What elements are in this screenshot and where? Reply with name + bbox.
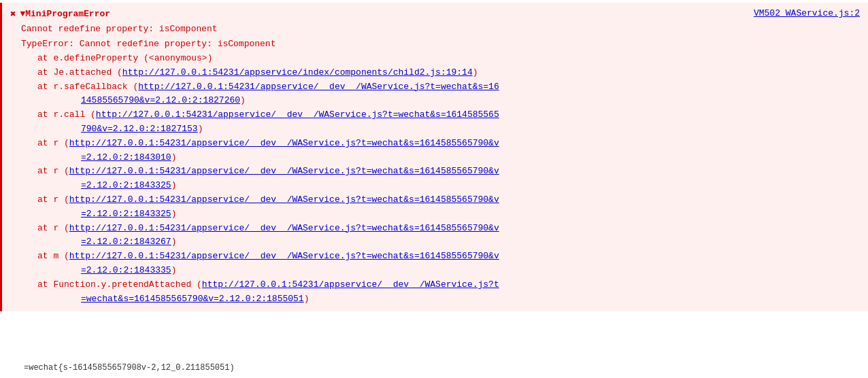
stack-link-1[interactable]: http://127.0.0.1:54231/appservice/index/… [122,67,473,78]
stack-link-2[interactable]: http://127.0.0.1:54231/appservice/__dev_… [37,82,499,106]
stack-line-5: at r (http://127.0.0.1:54231/appservice/… [37,165,860,193]
stack-line-6: at r (http://127.0.0.1:54231/appservice/… [37,193,860,222]
bottom-text: =wechat{s-16145855657908v-2,12_0.2118550… [24,363,235,373]
stack-link-9[interactable]: http://127.0.0.1:54231/appservice/__dev_… [37,279,499,304]
stack-link-5[interactable]: http://127.0.0.1:54231/appservice/__dev_… [37,166,499,190]
stack-line-1: at Je.attached (http://127.0.0.1:54231/a… [37,66,860,80]
stack-link-7[interactable]: http://127.0.0.1:54231/appservice/__dev_… [37,223,499,247]
error-header-left: ✖ ▼MiniProgramError [10,8,110,20]
stack-line-2: at r.safeCallback (http://127.0.0.1:5423… [37,80,860,109]
error-header: ✖ ▼MiniProgramError VM502 WAService.js:2 [10,8,860,20]
stack-line-4: at r (http://127.0.0.1:54231/appservice/… [37,137,860,165]
stack-line-7: at r (http://127.0.0.1:54231/appservice/… [37,222,860,250]
stack-line-8: at m (http://127.0.0.1:54231/appservice/… [37,250,860,278]
stack-line-0: at e.defineProperty (<anonymous>) [37,52,860,66]
error-message-2: TypeError: Cannot redefine property: isC… [21,37,860,51]
stack-link-8[interactable]: http://127.0.0.1:54231/appservice/__dev_… [37,251,499,275]
stack-line-3: at r.call (http://127.0.0.1:54231/appser… [37,108,860,137]
stack-link-4[interactable]: http://127.0.0.1:54231/appservice/__dev_… [37,138,499,162]
error-panel: ✖ ▼MiniProgramError VM502 WAService.js:2… [0,3,868,311]
stack-link-6[interactable]: http://127.0.0.1:54231/appservice/__dev_… [37,194,499,219]
error-title: ▼MiniProgramError [20,9,110,19]
error-message-1: Cannot redefine property: isComponent [21,22,860,36]
error-source-link[interactable]: VM502 WAService.js:2 [754,8,860,18]
stack-link-3[interactable]: http://127.0.0.1:54231/appservice/__dev_… [37,109,499,134]
stack-line-9: at Function.y.pretendAttached (http://12… [37,278,860,307]
error-icon: ✖ [10,8,16,20]
